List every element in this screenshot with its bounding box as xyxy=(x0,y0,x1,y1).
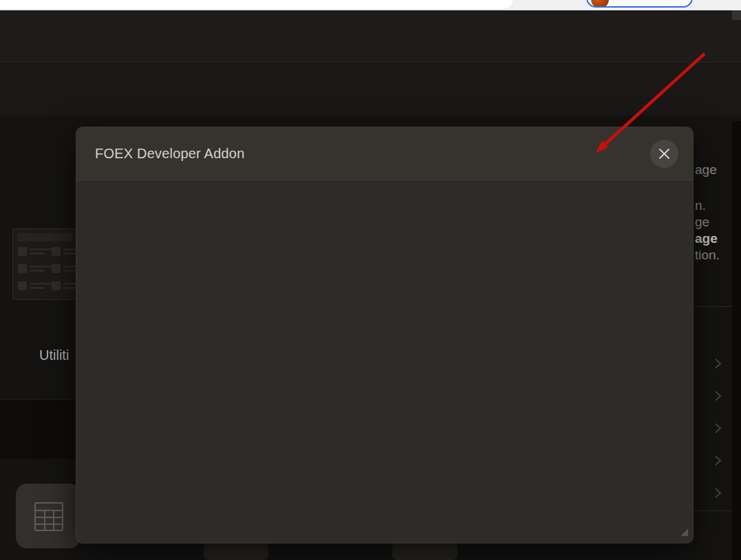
resize-handle-icon[interactable] xyxy=(678,526,689,540)
dialog-body xyxy=(76,181,693,543)
hidden-button[interactable] xyxy=(204,542,268,560)
scrollbar-thumb[interactable] xyxy=(732,10,741,20)
chevron-right-icon[interactable] xyxy=(711,421,724,435)
foex-addon-dialog: FOEX Developer Addon xyxy=(76,127,694,543)
chevron-right-icon[interactable] xyxy=(711,389,724,403)
close-icon xyxy=(658,147,671,160)
app-header xyxy=(0,10,741,62)
dialog-title: FOEX Developer Addon xyxy=(95,146,244,162)
record-dot-icon xyxy=(591,0,609,8)
hidden-button[interactable] xyxy=(392,542,458,560)
browser-strip xyxy=(0,0,741,10)
help-text-fragment: tion. xyxy=(695,248,720,263)
scrollbar-track xyxy=(732,121,741,560)
chevron-right-icon[interactable] xyxy=(711,453,724,468)
dark-band xyxy=(0,400,76,459)
table-card[interactable] xyxy=(16,484,80,548)
chevron-right-icon[interactable] xyxy=(711,486,724,500)
developer-toolbar xyxy=(0,62,741,116)
dialog-header[interactable]: FOEX Developer Addon xyxy=(76,127,693,180)
panel-divider xyxy=(694,306,733,307)
browser-tab-shape xyxy=(0,0,514,10)
extension-pill-button[interactable] xyxy=(586,0,693,8)
help-text-fragment: ge xyxy=(695,215,709,230)
help-text-fragment: n. xyxy=(695,198,706,213)
dialog-close-button[interactable] xyxy=(650,140,678,168)
grid-icon xyxy=(34,502,64,532)
report-icon xyxy=(12,228,77,300)
help-text-fragment: age xyxy=(695,231,718,246)
report-icon-header xyxy=(17,233,72,241)
utilities-card-label[interactable]: Utiliti xyxy=(39,347,69,363)
chevron-right-icon[interactable] xyxy=(711,356,724,371)
help-text-fragment: age xyxy=(695,162,717,177)
panel-divider xyxy=(694,510,733,511)
